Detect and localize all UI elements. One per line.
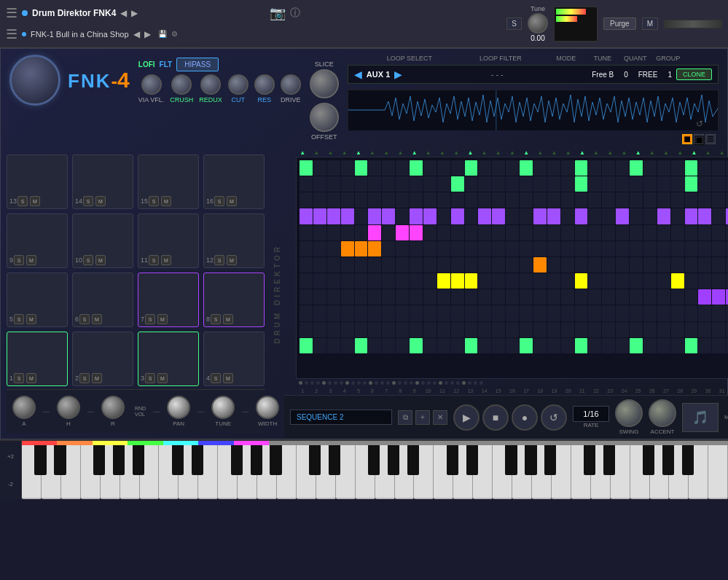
- seq-cell-3-22[interactable]: [602, 208, 615, 224]
- seq-cell-11-4[interactable]: [355, 338, 368, 353]
- seq-cell-10-3[interactable]: [341, 322, 354, 337]
- stop-button[interactable]: ■: [482, 404, 509, 431]
- seq-cell-9-26[interactable]: [657, 305, 670, 321]
- seq-copy-icon[interactable]: ⧉: [398, 410, 412, 425]
- seq-cell-11-1[interactable]: [313, 338, 326, 353]
- seq-cell-11-2[interactable]: [327, 338, 340, 353]
- pad-16-s-btn[interactable]: S: [214, 196, 224, 206]
- pad-4-m-btn[interactable]: M: [223, 373, 233, 383]
- seq-cell-0-10[interactable]: [437, 160, 450, 176]
- seq-cell-4-20[interactable]: [575, 225, 588, 240]
- seq-cell-0-20[interactable]: [575, 160, 588, 176]
- piano-black-key-39[interactable]: [466, 445, 478, 475]
- seq-cell-5-10[interactable]: [437, 241, 450, 256]
- seq-cell-6-18[interactable]: [547, 257, 560, 273]
- seq-dot-7[interactable]: [340, 381, 343, 385]
- seq-cell-5-12[interactable]: [465, 241, 478, 256]
- piano-black-key-22[interactable]: [270, 445, 281, 475]
- seq-cell-7-21[interactable]: [588, 273, 601, 289]
- pad-12-m-btn[interactable]: M: [227, 255, 237, 265]
- seq-cell-11-26[interactable]: [657, 338, 670, 353]
- seq-dot-29[interactable]: [468, 381, 471, 385]
- seq-cell-8-9[interactable]: [423, 289, 437, 305]
- seq-dot-6[interactable]: [334, 381, 337, 385]
- slice-knob[interactable]: [310, 69, 339, 98]
- piano-black-key-3[interactable]: [54, 445, 66, 475]
- seq-marker-18[interactable]: ▲: [547, 149, 560, 156]
- seq-cell-7-10[interactable]: [437, 273, 450, 289]
- seq-cell-8-27[interactable]: [671, 289, 684, 305]
- seq-marker-3[interactable]: ▲: [338, 149, 351, 156]
- seq-cell-4-15[interactable]: [506, 225, 519, 240]
- seq-cell-11-22[interactable]: [602, 338, 615, 353]
- seq-cell-10-19[interactable]: [561, 322, 574, 337]
- seq-cell-10-15[interactable]: [506, 322, 519, 337]
- seq-cell-5-25[interactable]: [643, 241, 657, 256]
- seq-delete-icon[interactable]: ✕: [433, 410, 447, 425]
- seq-cell-1-29[interactable]: [698, 176, 711, 192]
- pad-11[interactable]: 11 S M: [138, 213, 199, 268]
- seq-dot-19[interactable]: [410, 381, 413, 385]
- seq-cell-11-7[interactable]: [396, 338, 409, 353]
- seq-cell-11-12[interactable]: [465, 338, 478, 353]
- seq-cell-7-20[interactable]: [575, 273, 588, 289]
- seq-cell-7-1[interactable]: [313, 273, 326, 289]
- seq-cell-4-5[interactable]: [368, 225, 381, 240]
- seq-cell-7-0[interactable]: [300, 273, 313, 289]
- seq-cell-2-10[interactable]: [437, 192, 450, 208]
- seq-cell-4-3[interactable]: [341, 225, 354, 240]
- seq-cell-9-28[interactable]: [685, 305, 698, 321]
- seq-cell-9-12[interactable]: [465, 305, 478, 321]
- seq-cell-4-2[interactable]: [327, 225, 340, 240]
- seq-cell-1-3[interactable]: [341, 176, 354, 192]
- seq-cell-1-0[interactable]: [300, 176, 313, 192]
- h-knob[interactable]: [57, 396, 80, 419]
- seq-dot-21[interactable]: [421, 381, 425, 385]
- seq-cell-1-14[interactable]: [492, 176, 505, 192]
- seq-cell-9-11[interactable]: [451, 305, 464, 321]
- seq-cell-1-27[interactable]: [671, 176, 684, 192]
- seq-cell-9-15[interactable]: [506, 305, 519, 321]
- seq-cell-6-5[interactable]: [368, 257, 381, 273]
- seq-cell-2-11[interactable]: [451, 192, 464, 208]
- seq-cell-6-21[interactable]: [588, 257, 601, 273]
- seq-cell-0-29[interactable]: [698, 160, 711, 176]
- accent-knob[interactable]: [649, 399, 676, 427]
- pad-9[interactable]: 9 S M: [7, 213, 68, 268]
- pad-13[interactable]: 13 S M: [7, 154, 68, 209]
- seq-cell-5-23[interactable]: [616, 241, 629, 256]
- seq-cell-6-3[interactable]: [341, 257, 354, 273]
- seq-dot-22[interactable]: [427, 381, 431, 385]
- seq-cell-0-14[interactable]: [492, 160, 505, 176]
- seq-cell-2-23[interactable]: [616, 192, 629, 208]
- seq-cell-0-13[interactable]: [478, 160, 491, 176]
- seq-cell-9-19[interactable]: [561, 305, 574, 321]
- seq-cell-11-23[interactable]: [616, 338, 629, 353]
- seq-cell-6-28[interactable]: [685, 257, 698, 273]
- seq-cell-1-9[interactable]: [423, 176, 437, 192]
- seq-marker-23[interactable]: ▲: [617, 149, 630, 156]
- seq-cell-3-11[interactable]: [451, 208, 464, 224]
- seq-cell-8-28[interactable]: [685, 289, 698, 305]
- seq-cell-9-4[interactable]: [355, 305, 368, 321]
- piano-black-key-56[interactable]: [662, 445, 674, 475]
- seq-cell-4-4[interactable]: [355, 225, 368, 240]
- seq-cell-6-24[interactable]: [630, 257, 643, 273]
- pad-1-s-btn[interactable]: S: [14, 373, 24, 383]
- seq-cell-11-21[interactable]: [588, 338, 601, 353]
- seq-cell-5-22[interactable]: [602, 241, 615, 256]
- seq-marker-26[interactable]: ▲: [659, 149, 673, 156]
- seq-cell-8-22[interactable]: [602, 289, 615, 305]
- seq-marker-29[interactable]: ▲: [701, 149, 714, 156]
- preset-settings-icon[interactable]: ⚙: [171, 30, 178, 38]
- seq-cell-10-30[interactable]: [712, 322, 725, 337]
- seq-cell-3-25[interactable]: [643, 208, 657, 224]
- seq-cell-3-0[interactable]: [300, 208, 313, 224]
- seq-marker-25[interactable]: ▲: [646, 149, 659, 156]
- seq-cell-8-24[interactable]: [630, 289, 643, 305]
- seq-cell-5-2[interactable]: [327, 241, 340, 256]
- seq-cell-5-5[interactable]: [368, 241, 381, 256]
- seq-cell-4-8[interactable]: [410, 225, 423, 240]
- seq-cell-8-1[interactable]: [313, 289, 326, 305]
- seq-cell-3-28[interactable]: [685, 208, 698, 224]
